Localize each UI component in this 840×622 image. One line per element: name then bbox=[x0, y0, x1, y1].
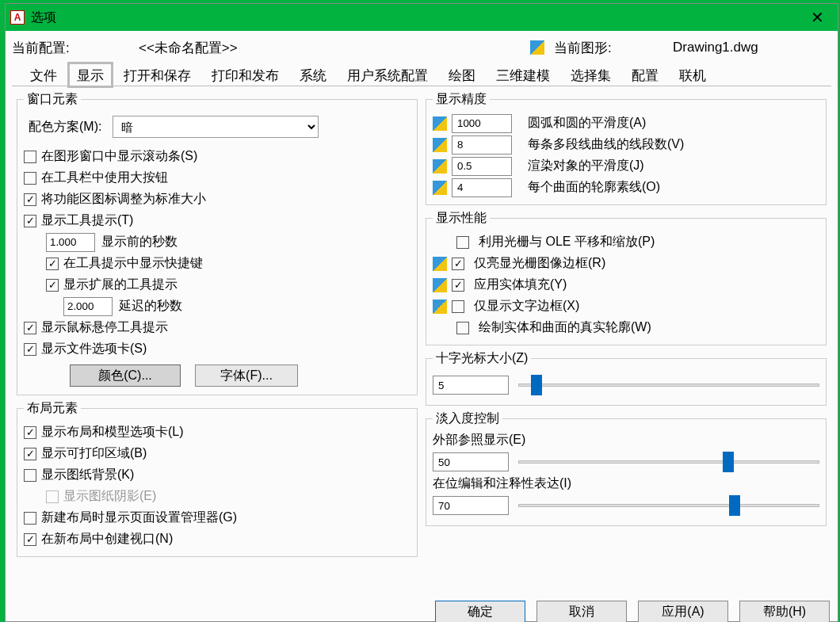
cb-extended-tooltips[interactable] bbox=[46, 279, 59, 292]
crosshair-size-slider[interactable] bbox=[518, 375, 819, 395]
cb-draw-true-silhouettes[interactable] bbox=[456, 322, 469, 334]
drawing-icon bbox=[530, 40, 544, 55]
dwg-icon bbox=[433, 159, 447, 174]
tab-drafting[interactable]: 绘图 bbox=[438, 63, 486, 86]
cb-apply-solid-fill[interactable] bbox=[452, 279, 464, 292]
cb-scrollbars[interactable] bbox=[24, 151, 36, 163]
cb-layout-model-tabs[interactable] bbox=[24, 426, 36, 439]
current-drawing-label: 当前图形: bbox=[554, 39, 673, 57]
lbl-layout-model-tabs: 显示布局和模型选项卡(L) bbox=[41, 424, 184, 441]
lbl-text-boundary-only: 仅显示文字边框(X) bbox=[474, 298, 579, 315]
tooltip-seconds-label: 显示前的秒数 bbox=[95, 234, 178, 250]
tab-open-save[interactable]: 打开和保存 bbox=[113, 63, 201, 86]
tab-display[interactable]: 显示 bbox=[67, 62, 113, 88]
legend-crosshair-size: 十字光标大小(Z) bbox=[433, 350, 531, 367]
inplace-edit-input[interactable] bbox=[433, 496, 509, 515]
titlebar: A 选项 ✕ bbox=[6, 4, 838, 31]
polyline-segments-input[interactable] bbox=[452, 135, 512, 155]
help-button[interactable]: 帮助(H) bbox=[739, 601, 830, 622]
fonts-button[interactable]: 字体(F)... bbox=[195, 364, 298, 387]
cb-paper-shadow bbox=[46, 490, 59, 503]
group-display-resolution: 显示精度 圆弧和圆的平滑度(A) 每条多段线曲线的线段数(V) 渲染对象的平滑度… bbox=[426, 91, 827, 205]
dwg-icon bbox=[433, 116, 447, 131]
lbl-printable-area: 显示可打印区域(B) bbox=[41, 445, 147, 462]
tab-files[interactable]: 文件 bbox=[20, 63, 67, 86]
contour-lines-input[interactable] bbox=[452, 178, 512, 197]
legend-window-elements: 窗口元素 bbox=[24, 91, 81, 108]
lbl-create-viewport: 在新布局中创建视口(N) bbox=[41, 531, 173, 548]
color-scheme-select[interactable]: 暗 bbox=[113, 116, 319, 138]
dwg-icon bbox=[433, 257, 447, 271]
color-scheme-label: 配色方案(M): bbox=[29, 119, 101, 135]
cb-printable-area[interactable] bbox=[24, 448, 36, 460]
cb-paper-background[interactable] bbox=[24, 469, 36, 482]
cb-show-tooltips[interactable] bbox=[24, 215, 36, 227]
xref-display-label: 外部参照显示(E) bbox=[433, 432, 819, 448]
apply-button[interactable]: 应用(A) bbox=[638, 601, 728, 622]
tab-plot-publish[interactable]: 打印和发布 bbox=[201, 63, 289, 86]
lbl-highlight-raster-frame: 仅亮显光栅图像边框(R) bbox=[474, 255, 605, 272]
cb-create-viewport[interactable] bbox=[24, 533, 36, 546]
group-window-elements: 窗口元素 配色方案(M): 暗 在图形窗口中显示滚动条(S) 在工具栏中使用大按… bbox=[17, 91, 418, 395]
tab-profiles[interactable]: 配置 bbox=[621, 63, 669, 86]
crosshair-size-input[interactable] bbox=[433, 376, 509, 395]
cb-resize-ribbon-icons[interactable] bbox=[24, 193, 36, 206]
cb-shortcut-keys[interactable] bbox=[46, 258, 59, 270]
tab-user-preferences[interactable]: 用户系统配置 bbox=[337, 63, 438, 86]
contour-lines-label: 每个曲面的轮廓素线(O) bbox=[517, 179, 660, 196]
legend-display-performance: 显示性能 bbox=[433, 210, 490, 227]
lbl-extended-tooltips: 显示扩展的工具提示 bbox=[63, 277, 178, 293]
tooltip-seconds-input[interactable] bbox=[46, 233, 95, 252]
inplace-edit-slider[interactable] bbox=[518, 495, 819, 516]
arc-smoothness-input[interactable] bbox=[452, 114, 512, 133]
legend-display-resolution: 显示精度 bbox=[433, 91, 490, 108]
cb-text-boundary-only[interactable] bbox=[452, 300, 464, 313]
xref-display-slider[interactable] bbox=[518, 452, 819, 472]
cb-large-buttons[interactable] bbox=[24, 172, 36, 185]
inplace-edit-label: 在位编辑和注释性表达(I) bbox=[433, 475, 819, 492]
cb-highlight-raster-frame[interactable] bbox=[452, 258, 464, 270]
tab-system[interactable]: 系统 bbox=[289, 63, 337, 86]
polyline-segments-label: 每条多段线曲线的线段数(V) bbox=[517, 136, 684, 153]
tabs: 文件 显示 打开和保存 打印和发布 系统 用户系统配置 绘图 三维建模 选择集 … bbox=[12, 63, 831, 86]
tab-3d-modeling[interactable]: 三维建模 bbox=[486, 63, 560, 86]
current-profile-label: 当前配置: bbox=[12, 39, 139, 57]
app-icon: A bbox=[10, 10, 25, 25]
cancel-button[interactable]: 取消 bbox=[536, 601, 627, 622]
lbl-rollover-tooltips: 显示鼠标悬停工具提示 bbox=[41, 319, 168, 336]
cb-pan-zoom-raster[interactable] bbox=[456, 236, 469, 249]
legend-fade-control: 淡入度控制 bbox=[433, 410, 502, 427]
lbl-pan-zoom-raster: 利用光栅与 OLE 平移和缩放(P) bbox=[479, 234, 655, 250]
tab-online[interactable]: 联机 bbox=[669, 63, 716, 86]
arc-smoothness-label: 圆弧和圆的平滑度(A) bbox=[517, 115, 646, 132]
extended-delay-input[interactable] bbox=[63, 297, 113, 316]
ok-button[interactable]: 确定 bbox=[435, 601, 525, 622]
cb-page-setup-mgr[interactable] bbox=[24, 512, 36, 525]
dwg-icon bbox=[433, 138, 447, 152]
dwg-icon bbox=[433, 181, 447, 195]
lbl-paper-shadow: 显示图纸阴影(E) bbox=[63, 488, 156, 505]
lbl-file-tabs: 显示文件选项卡(S) bbox=[41, 341, 147, 357]
group-layout-elements: 布局元素 显示布局和模型选项卡(L) 显示可打印区域(B) 显示图纸背景(K) … bbox=[17, 400, 418, 557]
lbl-resize-ribbon-icons: 将功能区图标调整为标准大小 bbox=[41, 191, 206, 208]
current-profile-value: <<未命名配置>> bbox=[139, 39, 376, 57]
window-title: 选项 bbox=[31, 10, 56, 26]
lbl-scrollbars: 在图形窗口中显示滚动条(S) bbox=[41, 148, 197, 165]
group-fade-control: 淡入度控制 外部参照显示(E) 在位编辑和注释性表达(I) bbox=[426, 410, 827, 526]
legend-layout-elements: 布局元素 bbox=[24, 400, 81, 417]
extended-delay-label: 延迟的秒数 bbox=[113, 298, 182, 315]
cb-rollover-tooltips[interactable] bbox=[24, 322, 36, 334]
render-smoothness-input[interactable] bbox=[452, 157, 512, 176]
lbl-shortcut-keys: 在工具提示中显示快捷键 bbox=[63, 255, 203, 272]
lbl-show-tooltips: 显示工具提示(T) bbox=[41, 212, 133, 229]
xref-display-input[interactable] bbox=[433, 452, 509, 471]
lbl-paper-background: 显示图纸背景(K) bbox=[41, 467, 134, 483]
cb-file-tabs[interactable] bbox=[24, 343, 36, 356]
close-button[interactable]: ✕ bbox=[801, 6, 833, 29]
colors-button[interactable]: 颜色(C)... bbox=[70, 364, 181, 387]
tab-selection[interactable]: 选择集 bbox=[560, 63, 621, 86]
current-drawing-value: Drawing1.dwg bbox=[673, 40, 831, 55]
group-display-performance: 显示性能 利用光栅与 OLE 平移和缩放(P) 仅亮显光栅图像边框(R) 应用实… bbox=[426, 210, 827, 345]
lbl-page-setup-mgr: 新建布局时显示页面设置管理器(G) bbox=[41, 509, 237, 526]
lbl-draw-true-silhouettes: 绘制实体和曲面的真实轮廓(W) bbox=[479, 319, 651, 336]
